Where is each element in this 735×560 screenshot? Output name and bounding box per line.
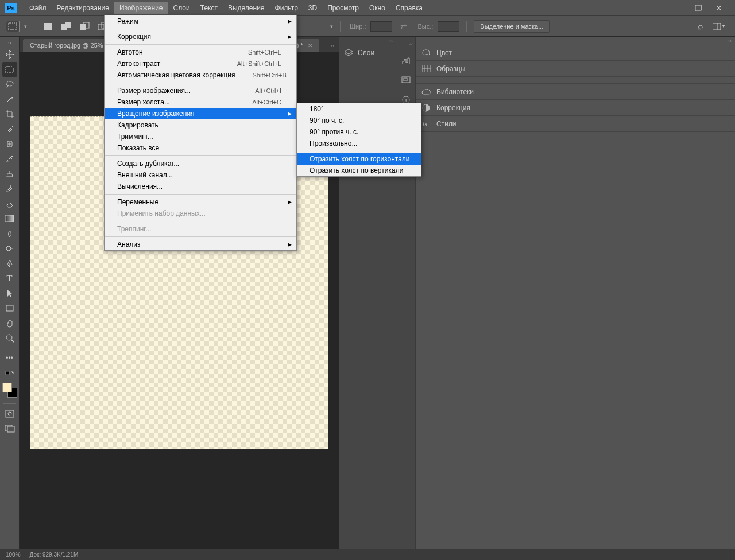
menu-item[interactable]: АвтотонShift+Ctrl+L <box>105 46 296 58</box>
gradient-tool[interactable] <box>2 211 17 226</box>
menu-image[interactable]: Изображение <box>114 2 168 14</box>
color-panel-tab[interactable]: Цвет <box>416 45 735 61</box>
menu-item[interactable]: Кадрировать <box>105 119 296 131</box>
edit-toolbar-icon[interactable]: ••• <box>2 351 17 365</box>
window-maximize[interactable]: ❐ <box>694 3 703 13</box>
selection-add-icon[interactable] <box>60 21 74 32</box>
marquee-tool[interactable] <box>2 62 17 77</box>
svg-rect-4 <box>80 24 86 30</box>
menu-help[interactable]: Справка <box>390 2 428 14</box>
close-icon[interactable]: ✕ <box>308 42 312 49</box>
current-tool-icon[interactable] <box>6 21 20 32</box>
height-input[interactable] <box>438 21 459 32</box>
menu-window[interactable]: Окно <box>364 2 390 14</box>
menu-item[interactable]: Переменные▶ <box>105 196 296 208</box>
search-icon[interactable]: ⌕ <box>698 21 703 32</box>
submenu-item[interactable]: 180° <box>297 103 421 115</box>
menu-edit[interactable]: Редактирование <box>52 2 114 14</box>
panel-label: Слои <box>358 49 374 57</box>
blur-tool[interactable] <box>2 226 17 241</box>
svg-point-19 <box>6 335 12 340</box>
selection-new-icon[interactable] <box>41 21 55 32</box>
pen-tool[interactable] <box>2 256 17 271</box>
magic-wand-tool[interactable] <box>2 92 17 107</box>
quick-mask-icon[interactable] <box>2 406 17 421</box>
submenu-item[interactable]: 90° по ч. с. <box>297 115 421 126</box>
clone-stamp-tool[interactable] <box>2 166 17 181</box>
svg-rect-22 <box>6 410 14 417</box>
history-brush-tool[interactable] <box>2 181 17 196</box>
menu-item[interactable]: Показать все <box>105 142 296 154</box>
workspace-switcher-icon[interactable]: ▾ <box>713 23 725 30</box>
document-tab[interactable]: Старый город.jpg @ 25% <box>23 39 110 52</box>
brush-tool[interactable] <box>2 151 17 166</box>
color-swatches[interactable] <box>2 383 17 398</box>
histogram-icon[interactable] <box>400 55 412 67</box>
styles-panel-tab[interactable]: fx Стили <box>416 116 735 132</box>
selection-subtract-icon[interactable] <box>78 21 92 32</box>
layers-panel-tab[interactable]: Слои <box>339 45 396 61</box>
adjustments-panel-tab[interactable]: Коррекция <box>416 100 735 116</box>
menu-item[interactable]: Размер изображения...Alt+Ctrl+I <box>105 85 296 96</box>
submenu-item[interactable]: Отразить холст по горизонтали <box>297 153 421 165</box>
move-tool[interactable] <box>2 47 17 62</box>
submenu-item[interactable]: 90° против ч. с. <box>297 126 421 138</box>
zoom-level[interactable]: 100% <box>6 551 21 558</box>
menu-item[interactable]: Автоматическая цветовая коррекцияShift+C… <box>105 69 296 81</box>
menu-file[interactable]: Файл <box>24 2 52 14</box>
toolbar-collapse-icon[interactable]: ›› <box>0 39 19 47</box>
shape-tool[interactable] <box>2 301 17 316</box>
submenu-item[interactable]: Отразить холст по вертикали <box>297 165 421 176</box>
window-minimize[interactable]: — <box>673 3 682 13</box>
adjustments-icon <box>421 103 431 112</box>
menu-item[interactable]: Создать дубликат... <box>105 158 296 169</box>
swap-colors-icon[interactable] <box>2 365 17 380</box>
swatches-panel-tab[interactable]: Образцы <box>416 61 735 77</box>
crop-tool[interactable] <box>2 107 17 122</box>
menu-filter[interactable]: Фильтр <box>270 2 303 14</box>
submenu-item[interactable]: Произвольно... <box>297 138 421 149</box>
width-input[interactable] <box>370 21 392 32</box>
panel-expand-icon[interactable]: ‹‹ <box>339 37 396 45</box>
menu-item[interactable]: Размер холста...Alt+Ctrl+C <box>105 96 296 108</box>
panel-expand-icon[interactable]: ‹‹ <box>416 37 735 45</box>
color-icon <box>421 49 431 57</box>
image-rotation-submenu: 180°90° по ч. с.90° против ч. с.Произвол… <box>296 103 421 177</box>
hand-tool[interactable] <box>2 316 17 330</box>
eraser-tool[interactable] <box>2 196 17 211</box>
panel-expand-icon[interactable]: ‹‹ <box>409 41 415 47</box>
menu-item[interactable]: Тримминг... <box>105 131 296 142</box>
libraries-panel-tab[interactable]: Библиотеки <box>416 84 735 100</box>
swap-icon[interactable]: ⇄ <box>400 22 407 31</box>
menu-layers[interactable]: Слои <box>168 2 195 14</box>
menu-item[interactable]: Анализ▶ <box>105 239 296 250</box>
menu-item[interactable]: Режим▶ <box>105 15 296 27</box>
select-and-mask-button[interactable]: Выделение и маска... <box>474 20 550 33</box>
healing-brush-tool[interactable] <box>2 137 17 151</box>
styles-icon: fx <box>421 120 431 128</box>
zoom-tool[interactable] <box>2 330 17 345</box>
tabs-overflow-icon[interactable]: ‹‹ <box>326 40 339 52</box>
menu-view[interactable]: Просмотр <box>322 2 364 14</box>
eyedropper-tool[interactable] <box>2 122 17 137</box>
menu-item[interactable]: Коррекция▶ <box>105 31 296 42</box>
menu-item[interactable]: АвтоконтрастAlt+Shift+Ctrl+L <box>105 58 296 69</box>
lasso-tool[interactable] <box>2 77 17 92</box>
path-selection-tool[interactable] <box>2 286 17 301</box>
navigator-icon[interactable] <box>400 75 412 86</box>
text-tool[interactable]: T <box>2 271 17 286</box>
dodge-tool[interactable] <box>2 241 17 256</box>
menu-item[interactable]: Внешний канал... <box>105 169 296 181</box>
right-panels: ‹‹ Цвет Образцы Библиотеки Коррекция fx … <box>416 37 735 549</box>
svg-rect-6 <box>98 24 104 30</box>
screen-mode-icon[interactable] <box>2 421 17 436</box>
layers-icon <box>344 49 353 57</box>
svg-rect-18 <box>6 305 13 311</box>
svg-rect-8 <box>713 23 721 30</box>
menu-3d[interactable]: 3D <box>303 2 322 14</box>
menu-item[interactable]: Вращение изображения▶ <box>105 108 296 119</box>
menu-item[interactable]: Вычисления... <box>105 181 296 192</box>
menu-text[interactable]: Текст <box>195 2 223 14</box>
window-close[interactable]: ✕ <box>714 3 724 13</box>
menu-select[interactable]: Выделение <box>223 2 270 14</box>
